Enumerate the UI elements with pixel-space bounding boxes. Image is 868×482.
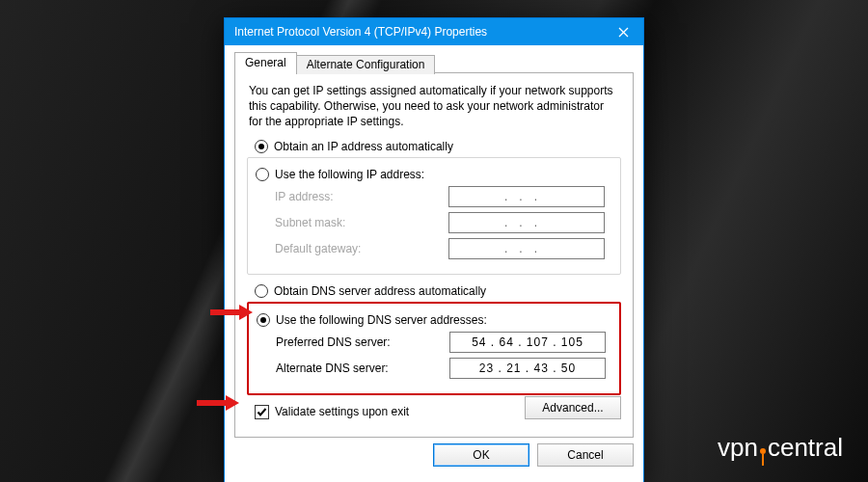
tab-body-general: You can get IP settings assigned automat… — [234, 73, 634, 438]
ipv4-properties-dialog: Internet Protocol Version 4 (TCP/IPv4) P… — [224, 17, 644, 482]
alternate-dns-input[interactable]: 23 . 21 . 43 . 50 — [449, 358, 606, 379]
radio-dns-manual-label: Use the following DNS server addresses: — [276, 313, 487, 327]
subnet-mask-input: ... — [448, 212, 605, 233]
row-default-gateway: Default gateway: ... — [275, 238, 610, 259]
row-alternate-dns: Alternate DNS server: 23 . 21 . 43 . 50 — [276, 358, 610, 379]
dialog-button-row: OK Cancel — [234, 443, 634, 467]
tab-strip: General Alternate Configuration — [234, 51, 634, 73]
row-preferred-dns: Preferred DNS server: 54 . 64 . 107 . 10… — [276, 332, 610, 353]
ip-group: Use the following IP address: IP address… — [247, 157, 621, 275]
checkbox-icon — [255, 405, 269, 419]
preferred-dns-input[interactable]: 54 . 64 . 107 . 105 — [449, 332, 606, 353]
alternate-dns-label: Alternate DNS server: — [276, 362, 449, 375]
pin-icon — [760, 431, 766, 461]
radio-ip-manual-label: Use the following IP address: — [275, 168, 424, 181]
screenshot-stage: Internet Protocol Version 4 (TCP/IPv4) P… — [0, 0, 868, 482]
ip-address-input: ... — [448, 186, 605, 207]
close-icon — [618, 27, 629, 38]
annotation-arrow-icon — [195, 394, 239, 412]
titlebar[interactable]: Internet Protocol Version 4 (TCP/IPv4) P… — [225, 18, 643, 45]
window-title: Internet Protocol Version 4 (TCP/IPv4) P… — [234, 25, 487, 39]
radio-dns-auto-label: Obtain DNS server address automatically — [274, 284, 486, 298]
close-button[interactable] — [603, 18, 643, 45]
row-subnet-mask: Subnet mask: ... — [275, 212, 610, 233]
advanced-button[interactable]: Advanced... — [525, 396, 621, 419]
watermark-left: vpn — [718, 433, 758, 463]
cancel-button[interactable]: Cancel — [537, 443, 634, 467]
radio-ip-auto-label: Obtain an IP address automatically — [274, 140, 453, 153]
subnet-mask-label: Subnet mask: — [275, 216, 448, 229]
tab-alternate-configuration[interactable]: Alternate Configuration — [296, 55, 436, 74]
ip-address-label: IP address: — [275, 190, 448, 203]
default-gateway-input: ... — [448, 238, 605, 259]
ok-button[interactable]: OK — [433, 443, 529, 467]
svg-marker-5 — [226, 395, 239, 411]
radio-ip-auto[interactable]: Obtain an IP address automatically — [255, 140, 621, 153]
watermark-right: central — [768, 433, 843, 463]
client-area: General Alternate Configuration You can … — [225, 45, 643, 476]
radio-dns-auto[interactable]: Obtain DNS server address automatically — [255, 284, 621, 298]
row-ip-address: IP address: ... — [275, 186, 610, 207]
radio-dns-manual[interactable]: Use the following DNS server addresses: — [257, 313, 610, 327]
radio-icon — [255, 284, 268, 298]
preferred-dns-label: Preferred DNS server: — [276, 335, 449, 349]
radio-icon — [256, 168, 269, 181]
description-text: You can get IP settings assigned automat… — [249, 83, 619, 130]
dns-group: Use the following DNS server addresses: … — [247, 302, 621, 395]
tab-general[interactable]: General — [234, 52, 297, 73]
radio-icon — [255, 140, 268, 153]
validate-settings-label: Validate settings upon exit — [275, 405, 409, 418]
radio-ip-manual[interactable]: Use the following IP address: — [256, 168, 610, 181]
watermark-logo: vpn central — [718, 433, 843, 463]
svg-marker-3 — [239, 305, 253, 320]
annotation-arrow-icon — [208, 304, 253, 321]
default-gateway-label: Default gateway: — [275, 242, 448, 255]
radio-icon — [257, 313, 270, 327]
